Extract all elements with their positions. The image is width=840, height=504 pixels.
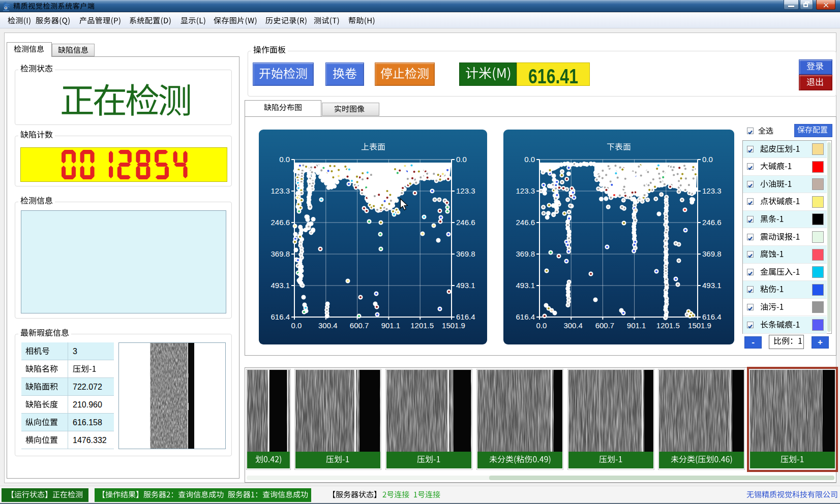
svg-text:493.1: 493.1 (456, 281, 475, 290)
svg-text:616.4: 616.4 (456, 312, 475, 321)
svg-text:300.4: 300.4 (318, 321, 338, 330)
svg-text:616.4: 616.4 (516, 312, 535, 321)
svg-text:600.7: 600.7 (595, 321, 615, 330)
svg-text:246.6: 246.6 (271, 218, 290, 227)
svg-text:123.3: 123.3 (702, 186, 722, 195)
svg-text:493.1: 493.1 (271, 281, 290, 290)
svg-text:369.8: 369.8 (271, 249, 290, 258)
svg-text:493.1: 493.1 (702, 281, 722, 290)
svg-text:901.1: 901.1 (381, 321, 401, 330)
svg-text:616.4: 616.4 (271, 312, 290, 321)
svg-text:0.0: 0.0 (536, 321, 547, 330)
svg-text:616.4: 616.4 (702, 312, 722, 321)
svg-text:246.6: 246.6 (702, 218, 722, 227)
svg-text:123.3: 123.3 (456, 186, 475, 195)
svg-text:901.1: 901.1 (627, 321, 646, 330)
svg-text:0.0: 0.0 (279, 155, 290, 164)
svg-text:369.8: 369.8 (456, 249, 475, 258)
svg-text:123.3: 123.3 (516, 186, 535, 195)
svg-text:1501.9: 1501.9 (442, 321, 465, 330)
svg-text:0.0: 0.0 (524, 155, 535, 164)
svg-text:1201.5: 1201.5 (656, 321, 680, 330)
svg-text:369.8: 369.8 (702, 249, 722, 258)
svg-text:1501.9: 1501.9 (688, 321, 711, 330)
svg-text:0.0: 0.0 (456, 155, 467, 164)
svg-text:300.4: 300.4 (563, 321, 583, 330)
svg-text:1201.5: 1201.5 (410, 321, 434, 330)
svg-text:246.6: 246.6 (516, 218, 535, 227)
svg-text:0.0: 0.0 (702, 155, 713, 164)
svg-text:600.7: 600.7 (350, 321, 369, 330)
svg-text:0.0: 0.0 (291, 321, 302, 330)
svg-text:246.6: 246.6 (456, 218, 475, 227)
svg-text:123.3: 123.3 (271, 186, 290, 195)
svg-text:493.1: 493.1 (516, 281, 535, 290)
svg-text:369.8: 369.8 (516, 249, 535, 258)
